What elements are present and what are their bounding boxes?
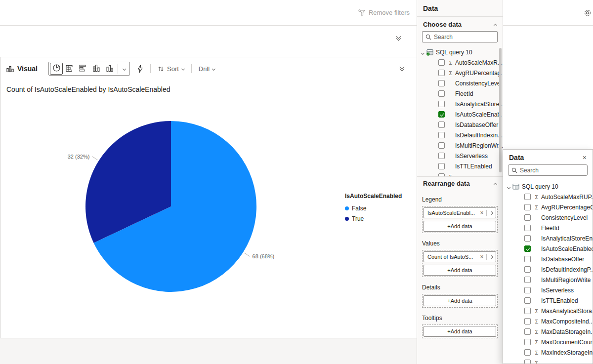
field-checkbox[interactable] xyxy=(524,214,531,221)
field-checkbox[interactable] xyxy=(524,287,531,293)
chart-type-dropdown[interactable] xyxy=(120,68,128,70)
tree-root-row[interactable]: SQL query 10 xyxy=(417,47,503,57)
collapse-visual-chevron-icon[interactable] xyxy=(400,67,404,71)
auto-create-button[interactable] xyxy=(137,65,143,73)
chart-type-clustered-column-chart-button[interactable] xyxy=(103,63,116,75)
field-row[interactable]: ΣMaxIndexStorageIn... xyxy=(503,347,593,358)
field-row[interactable]: ΣMaxCompositeInd... xyxy=(503,316,593,326)
field-checkbox[interactable] xyxy=(438,70,445,76)
rearrange-data-header[interactable]: Rearrange data xyxy=(417,176,503,189)
chart-type-stacked-bar-chart-button[interactable] xyxy=(63,63,76,75)
field-checkbox[interactable] xyxy=(438,163,445,169)
field-row[interactable]: IsAnalyticalStoreEn... xyxy=(503,233,593,243)
field-row[interactable]: ΣMaxAnalyticalStora... xyxy=(503,306,593,316)
field-row[interactable]: IsMultiRegionWrite xyxy=(503,275,593,285)
field-checkbox[interactable] xyxy=(524,266,531,273)
field-row[interactable]: IsAutoScaleEnab... xyxy=(417,109,503,120)
chevron-up-icon[interactable] xyxy=(494,183,497,186)
field-checkbox[interactable] xyxy=(438,121,445,128)
field-checkbox[interactable] xyxy=(524,349,531,356)
field-row[interactable]: IsDatabaseOffer xyxy=(417,120,503,130)
field-row[interactable]: ΣAvgRUPercentageC... xyxy=(503,202,593,212)
field-row[interactable]: ConsistencyLevel xyxy=(503,212,593,223)
field-row[interactable]: IsServerless xyxy=(503,285,593,295)
field-row[interactable]: ΣAutoScaleMaxR... xyxy=(417,57,503,68)
tree-root-row[interactable]: SQL query 10 xyxy=(503,181,593,192)
field-checkbox[interactable] xyxy=(524,328,531,335)
sort-dropdown[interactable]: Sort xyxy=(158,65,184,73)
field-row[interactable]: Σ xyxy=(417,171,503,176)
expand-caret-icon[interactable] xyxy=(422,49,424,56)
field-checkbox[interactable] xyxy=(438,142,445,149)
field-checkbox[interactable] xyxy=(524,225,531,231)
add-data-button[interactable]: +Add data xyxy=(424,221,496,232)
field-row[interactable]: ConsistencyLevel xyxy=(417,78,503,88)
chart-type-stacked-column-chart-button[interactable] xyxy=(90,63,103,75)
legend-label: False xyxy=(352,205,366,212)
add-data-button[interactable]: +Add data xyxy=(424,326,496,337)
field-row[interactable]: IsDefaultIndexingP... xyxy=(503,264,593,275)
field-checkbox-checked[interactable] xyxy=(524,245,531,252)
remove-filters-button[interactable]: Remove filters xyxy=(358,9,410,16)
toolbar-divider xyxy=(150,64,151,73)
field-checkbox[interactable] xyxy=(438,101,445,107)
chip-expand-icon[interactable] xyxy=(487,256,496,258)
field-checkbox[interactable] xyxy=(438,132,445,138)
field-chip[interactable]: Count of IsAutoS...× xyxy=(424,251,496,262)
field-checkbox[interactable] xyxy=(524,360,531,364)
field-checkbox[interactable] xyxy=(524,235,531,242)
field-row[interactable]: FleetId xyxy=(417,88,503,99)
field-checkbox[interactable] xyxy=(438,173,445,176)
drill-label: Drill xyxy=(199,65,210,73)
field-row[interactable]: IsAnalyticalStore... xyxy=(417,99,503,109)
field-chip[interactable]: IsAutoScaleEnabl...× xyxy=(424,207,496,218)
search-input[interactable] xyxy=(434,34,494,40)
close-icon[interactable]: × xyxy=(583,154,587,161)
field-checkbox[interactable] xyxy=(524,277,531,283)
field-row[interactable]: FleetId xyxy=(503,223,593,233)
field-row[interactable]: ΣMaxDocumentCount xyxy=(503,337,593,347)
add-data-button[interactable]: +Add data xyxy=(424,265,496,276)
field-checkbox[interactable] xyxy=(524,204,531,210)
search-icon xyxy=(425,34,431,40)
field-row[interactable]: IsTTLEnabled xyxy=(417,161,503,171)
field-checkbox[interactable] xyxy=(524,308,531,314)
field-checkbox[interactable] xyxy=(524,194,531,200)
field-checkbox[interactable] xyxy=(524,297,531,304)
collapse-section-chevron-icon[interactable] xyxy=(397,36,400,40)
chart-type-clustered-bar-chart-button[interactable] xyxy=(77,63,89,75)
field-row[interactable]: IsDefaultIndexin... xyxy=(417,130,503,140)
choose-data-header[interactable]: Choose data xyxy=(417,17,503,31)
field-row[interactable]: IsServerless xyxy=(417,151,503,161)
add-data-button[interactable]: +Add data xyxy=(424,295,496,306)
field-checkbox-checked[interactable] xyxy=(438,111,445,118)
field-checkbox[interactable] xyxy=(438,153,445,159)
field-checkbox[interactable] xyxy=(438,59,445,66)
field-row[interactable]: ΣMaxDataStorageIn... xyxy=(503,326,593,337)
chip-remove-icon[interactable]: × xyxy=(477,209,486,216)
field-row[interactable]: IsMultiRegionWr... xyxy=(417,140,503,151)
field-row[interactable]: ΣAvgRUPercentag... xyxy=(417,68,503,78)
field-checkbox[interactable] xyxy=(524,256,531,262)
settings-gear-icon[interactable] xyxy=(584,9,592,17)
chevron-up-icon[interactable] xyxy=(494,24,497,27)
field-row[interactable]: IsAutoScaleEnabled xyxy=(503,243,593,254)
field-checkbox[interactable] xyxy=(438,90,445,97)
drill-dropdown[interactable]: Drill xyxy=(199,65,215,73)
field-row[interactable]: ΣAutoScaleMaxRUP... xyxy=(503,192,593,202)
field-row[interactable]: IsTTLEnabled xyxy=(503,295,593,306)
selector-divider xyxy=(118,64,118,74)
chip-remove-icon[interactable]: × xyxy=(477,253,486,260)
scrollbar[interactable] xyxy=(499,48,502,172)
chart-type-pie-chart-button[interactable] xyxy=(50,63,63,75)
chip-expand-icon[interactable] xyxy=(487,212,496,214)
field-checkbox[interactable] xyxy=(524,318,531,324)
expand-caret-icon[interactable] xyxy=(508,183,510,190)
field-checkbox[interactable] xyxy=(438,80,445,86)
field-row[interactable]: IsDatabaseOffer xyxy=(503,254,593,264)
legend-item-false[interactable]: False xyxy=(345,203,402,213)
field-row[interactable]: Σ xyxy=(503,358,593,364)
search-input[interactable] xyxy=(520,167,584,174)
legend-item-true[interactable]: True xyxy=(345,213,402,224)
field-checkbox[interactable] xyxy=(524,339,531,345)
